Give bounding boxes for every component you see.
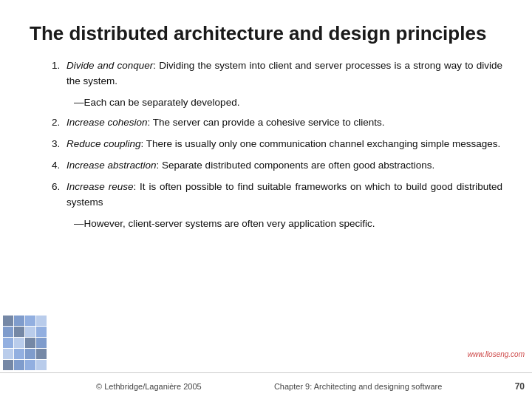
tile xyxy=(14,327,24,337)
tile xyxy=(14,360,24,370)
list-item-4: 4. Increase abstraction: Separate distri… xyxy=(52,158,502,174)
item-text-6: Increase reuse: It is often possible to … xyxy=(66,180,502,211)
subitem-6: —However, client-server systems are ofte… xyxy=(74,216,502,232)
slide-container: The distributed architecture and design … xyxy=(0,0,532,399)
decorative-tiles xyxy=(0,313,50,373)
tile xyxy=(25,349,35,359)
tile xyxy=(36,338,47,348)
website-label: www.lloseng.com xyxy=(468,350,525,358)
slide-title: The distributed architecture and design … xyxy=(30,22,502,45)
item-number-6: 6. xyxy=(52,180,66,195)
tile xyxy=(36,349,47,359)
item-italic-2: Increase cohesion xyxy=(66,117,148,128)
item-text-1: Divide and conquer: Dividing the system … xyxy=(66,58,502,89)
tile xyxy=(14,316,24,326)
item-number-1: 1. xyxy=(52,58,66,74)
item-italic-1: Divide and conquer xyxy=(66,60,153,71)
tile xyxy=(3,338,13,348)
item-italic-3: Reduce coupling xyxy=(66,138,141,149)
tile xyxy=(14,349,24,359)
item-text-4: Increase abstraction: Separate distribut… xyxy=(66,158,502,174)
tile xyxy=(25,316,35,326)
tile xyxy=(3,349,13,359)
tile xyxy=(36,327,47,337)
item-number-3: 3. xyxy=(52,137,66,152)
tile xyxy=(3,316,13,326)
list-item-2: 2. Increase cohesion: The server can pro… xyxy=(52,115,502,131)
item-number-2: 2. xyxy=(52,115,66,131)
tile xyxy=(36,316,47,326)
tile xyxy=(3,360,13,370)
tile xyxy=(36,360,47,370)
item-number-4: 4. xyxy=(52,158,66,174)
footer-page: 70 xyxy=(515,381,525,392)
list-item-3: 3. Reduce coupling: There is usually onl… xyxy=(52,137,502,152)
item-text-2: Increase cohesion: The server can provid… xyxy=(66,115,502,131)
footer-chapter: Chapter 9: Architecting and designing so… xyxy=(209,382,508,391)
list-item-1: 1. Divide and conquer: Dividing the syst… xyxy=(52,58,502,89)
footer: © Lethbridge/Laganière 2005 Chapter 9: A… xyxy=(0,381,532,392)
item-italic-6: Increase reuse xyxy=(66,181,133,192)
tile xyxy=(25,360,35,370)
subitem-1: —Each can be separately developed. xyxy=(74,95,502,111)
item-italic-4: Increase abstraction xyxy=(66,160,157,171)
item-text-3: Reduce coupling: There is usually only o… xyxy=(66,137,502,152)
footer-copyright: © Lethbridge/Laganière 2005 xyxy=(96,382,202,391)
tile xyxy=(14,338,24,348)
tile xyxy=(25,338,35,348)
bottom-divider xyxy=(0,372,532,373)
tile xyxy=(25,327,35,337)
tile xyxy=(3,327,13,337)
content-area: 1. Divide and conquer: Dividing the syst… xyxy=(52,58,502,231)
list-item-6: 6. Increase reuse: It is often possible … xyxy=(52,180,502,211)
